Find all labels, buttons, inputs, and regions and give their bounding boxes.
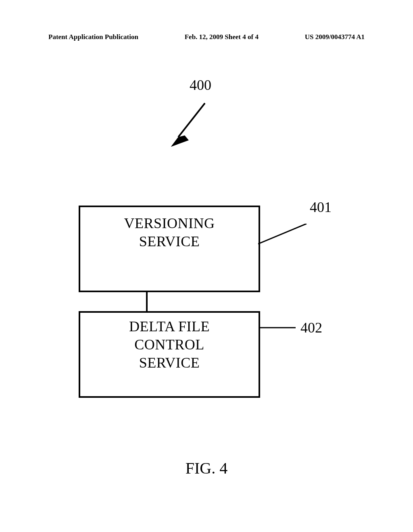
diagram-figure-4: 400 VERSIONING SERVICE 401 DELTA FILE CO… (0, 77, 413, 439)
figure-caption: FIG. 4 (0, 459, 413, 478)
leader-line-401 (258, 224, 311, 248)
header-publication-number: US 2009/0043774 A1 (305, 33, 365, 41)
box1-line2: SERVICE (139, 233, 200, 251)
box-connector-line (146, 292, 148, 311)
box2-line3: SERVICE (139, 354, 200, 372)
svg-marker-3 (171, 135, 189, 147)
page-header: Patent Application Publication Feb. 12, … (0, 33, 413, 41)
box1-line1: VERSIONING (124, 214, 215, 233)
header-publication-type: Patent Application Publication (48, 33, 138, 41)
svg-line-4 (258, 224, 307, 244)
versioning-service-box: VERSIONING SERVICE (79, 206, 260, 292)
delta-file-control-service-box: DELTA FILE CONTROL SERVICE (79, 311, 260, 398)
svg-line-0 (178, 103, 205, 137)
reference-numeral-402: 402 (300, 319, 322, 336)
box2-line1: DELTA FILE (129, 318, 210, 336)
leader-line-402 (259, 326, 300, 330)
arrow-icon (169, 100, 214, 148)
header-date-sheet: Feb. 12, 2009 Sheet 4 of 4 (185, 33, 259, 41)
reference-numeral-401: 401 (310, 199, 332, 216)
box2-line2: CONTROL (134, 336, 204, 354)
reference-numeral-400: 400 (190, 77, 211, 94)
